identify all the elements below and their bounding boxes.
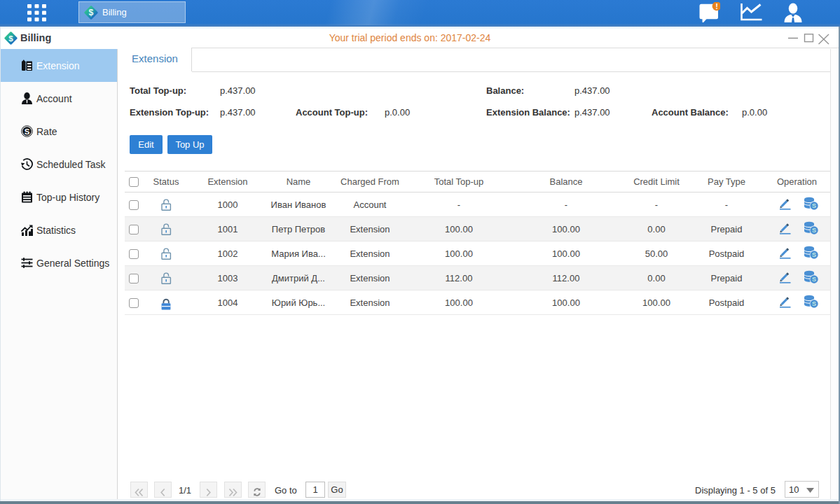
svg-text:S: S [811, 251, 815, 258]
svg-text:!: ! [715, 2, 718, 10]
svg-text:$: $ [89, 8, 94, 18]
svg-text:S: S [811, 202, 815, 209]
svg-text:S: S [811, 300, 815, 307]
svg-text:S: S [811, 276, 815, 283]
svg-text:S: S [811, 227, 815, 234]
svg-text:S: S [25, 127, 30, 136]
